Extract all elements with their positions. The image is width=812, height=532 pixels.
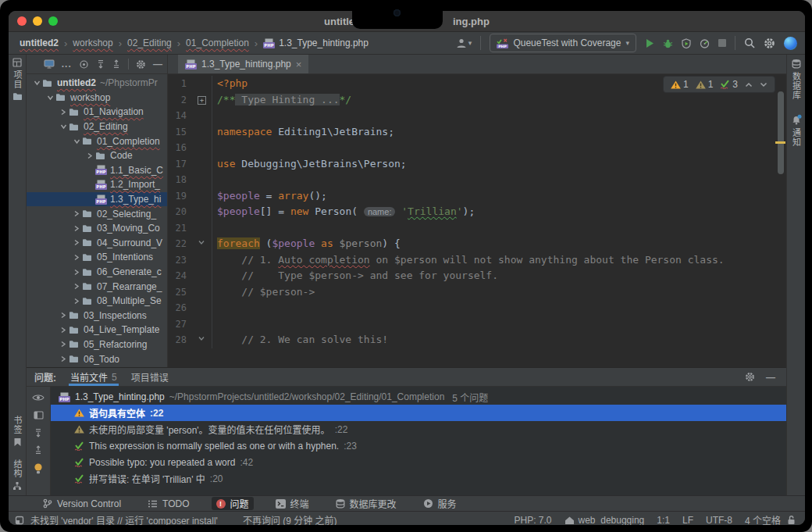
- quickfix-lightbulb-icon[interactable]: [34, 462, 43, 474]
- tool-window-button-db-changes[interactable]: 数据库更改: [331, 497, 401, 510]
- status-widget[interactable]: 1:1: [657, 515, 670, 526]
- code-line[interactable]: 28 // 2. We can solve this!: [168, 332, 786, 348]
- breadcrumb-item[interactable]: 01_Completion: [186, 37, 249, 48]
- tab-project-errors[interactable]: 项目错误: [131, 368, 169, 386]
- tree-item[interactable]: 03_Moving_Co: [27, 221, 167, 236]
- tree-item[interactable]: 02_Editing: [27, 120, 167, 134]
- code-line[interactable]: 15namespace Editing1\JetBrains;: [168, 124, 786, 141]
- tool-window-button-services[interactable]: 服务: [418, 497, 461, 510]
- tree-item[interactable]: PHP1.1_Basic_C: [27, 163, 167, 178]
- tree-item[interactable]: 02_Selecting_: [27, 206, 167, 221]
- lock-icon[interactable]: [787, 515, 796, 525]
- problem-row[interactable]: Possible typo: you repeated a word:42: [51, 454, 786, 470]
- tool-window-switcher-icon[interactable]: [15, 516, 24, 525]
- tool-window-button-todo[interactable]: TODO: [143, 497, 194, 510]
- editor-scrollbar[interactable]: [778, 91, 784, 174]
- tree-item[interactable]: 06_Generate_c: [27, 265, 167, 280]
- code-line[interactable]: 24 // Type $person-> and see for yoursel…: [168, 268, 786, 284]
- gear-icon[interactable]: [745, 372, 755, 382]
- tool-window-button-error[interactable]: !问题: [212, 497, 254, 510]
- typo-count[interactable]: 3: [720, 79, 738, 90]
- tree-item[interactable]: 03_Inspections: [27, 309, 167, 323]
- problem-row[interactable]: This expression is normally spelled as o…: [51, 437, 786, 454]
- code-line[interactable]: 16: [168, 140, 786, 156]
- profiler-icon[interactable]: [700, 38, 710, 48]
- status-widget[interactable]: UTF-8: [706, 515, 732, 526]
- code-line[interactable]: 20$people[] = new Person( name: 'Trillia…: [168, 204, 786, 220]
- expand-all-icon[interactable]: [34, 428, 43, 437]
- code-line[interactable]: 25 // $person->: [168, 284, 786, 301]
- search-icon[interactable]: [744, 37, 755, 48]
- breadcrumb-file[interactable]: PHP1.3_Type_hinting.php: [263, 37, 369, 48]
- tree-item[interactable]: Code: [27, 148, 167, 163]
- stripe-tab-structure[interactable]: 结构: [11, 459, 23, 491]
- tree-item[interactable]: 01_Completion: [27, 134, 167, 148]
- stop-icon[interactable]: [718, 39, 726, 47]
- tree-item[interactable]: 08_Multiple_Se: [27, 294, 167, 309]
- code-line[interactable]: 23 // 1. Auto completion on $person will…: [168, 252, 786, 269]
- status-widget[interactable]: PHP: 7.0: [515, 515, 552, 526]
- stripe-tab-project[interactable]: 项目: [11, 58, 23, 101]
- tree-item[interactable]: PHP1.3_Type_hi: [27, 192, 167, 207]
- more-icon[interactable]: ...: [62, 59, 72, 70]
- select-opened-file-icon[interactable]: [44, 59, 55, 69]
- code-line[interactable]: 22foreach ($people as $person) {: [168, 236, 786, 252]
- tree-item[interactable]: PHP1.2_Import_: [27, 177, 167, 192]
- stripe-tab-bookmarks[interactable]: 书签: [11, 416, 23, 447]
- code-line[interactable]: 17use Debugging\JetBrains\Person;: [168, 156, 786, 173]
- hide-panel-icon[interactable]: —: [766, 372, 775, 383]
- warning-stripe-mark[interactable]: [775, 141, 785, 144]
- code-line[interactable]: 2+/** Type Hinting ...*/: [168, 92, 786, 109]
- stripe-tab-notifications[interactable]: 通知: [790, 114, 803, 147]
- tree-item[interactable]: 01_Navigation: [27, 105, 167, 120]
- collapse-all-icon[interactable]: [112, 59, 121, 69]
- gear-icon[interactable]: [764, 37, 775, 49]
- code-line[interactable]: 27: [168, 316, 786, 333]
- status-widget[interactable]: web_debugging: [564, 515, 645, 526]
- close-button[interactable]: [17, 16, 27, 26]
- locate-target-icon[interactable]: [79, 59, 89, 70]
- layout-icon[interactable]: [34, 410, 44, 420]
- status-action-link[interactable]: 不再询问 (9 分钟 之前): [243, 513, 337, 525]
- breadcrumb-item[interactable]: untitled2: [20, 37, 59, 48]
- stripe-tab-database[interactable]: 数据库: [790, 59, 803, 100]
- minimize-button[interactable]: [33, 16, 42, 26]
- view-options-icon[interactable]: [32, 393, 45, 402]
- problem-row[interactable]: 拼写错误: 在单词 'Trillian' 中:20: [51, 470, 786, 487]
- hide-panel-icon[interactable]: —: [153, 59, 162, 70]
- prev-problem-icon[interactable]: [745, 82, 753, 87]
- run-icon[interactable]: [645, 38, 654, 48]
- tool-window-button-terminal[interactable]: 终端: [271, 497, 314, 510]
- collapse-all-icon[interactable]: [34, 445, 43, 455]
- weak-warning-count[interactable]: 1: [696, 79, 714, 90]
- user-icon[interactable]: ▾: [456, 37, 472, 48]
- expand-all-icon[interactable]: [96, 59, 105, 69]
- problems-file-row[interactable]: PHP1.3_Type_hinting.php~/PhpstormProject…: [51, 389, 786, 405]
- tool-window-button-git-branch[interactable]: Version Control: [38, 497, 126, 510]
- status-widget[interactable]: LF: [682, 515, 693, 526]
- breadcrumb-item[interactable]: 02_Editing: [127, 37, 172, 48]
- code-line[interactable]: 19$people = array();: [168, 188, 786, 205]
- code-line[interactable]: 26: [168, 300, 786, 316]
- gear-icon[interactable]: [136, 59, 146, 70]
- tree-item[interactable]: 06_Todo: [27, 352, 167, 366]
- tree-item[interactable]: workshop: [27, 91, 167, 105]
- editor-tab[interactable]: PHP 1.3_Type_hinting.php ×: [178, 55, 308, 73]
- tree-item[interactable]: 05_Refactoring: [27, 337, 167, 352]
- problem-row[interactable]: 语句具有空体:22: [51, 405, 786, 421]
- tree-item[interactable]: untitled2 ~/PhpstormPr: [27, 76, 167, 91]
- tree-item[interactable]: 04_Live_Template: [27, 323, 167, 337]
- tree-item[interactable]: 05_Intentions: [27, 250, 167, 265]
- code-line[interactable]: 18: [168, 172, 786, 188]
- code-area[interactable]: 1<?php2+/** Type Hinting ...*/1415namesp…: [168, 74, 786, 367]
- status-widget[interactable]: 4 个空格: [745, 513, 781, 525]
- run-configuration-select[interactable]: PHP QueueTest with Coverage ▾: [490, 34, 636, 52]
- coverage-icon[interactable]: [682, 38, 691, 48]
- tree-item[interactable]: 07_Rearrange_: [27, 279, 167, 294]
- warning-count[interactable]: 1: [671, 79, 689, 90]
- problem-row[interactable]: 未使用的局部变量 'person'。变量的值未在任何位置使用。:22: [51, 421, 786, 437]
- debug-icon[interactable]: [663, 38, 673, 48]
- code-line[interactable]: 14: [168, 108, 786, 124]
- zoom-button[interactable]: [48, 16, 58, 26]
- code-line[interactable]: 21: [168, 220, 786, 237]
